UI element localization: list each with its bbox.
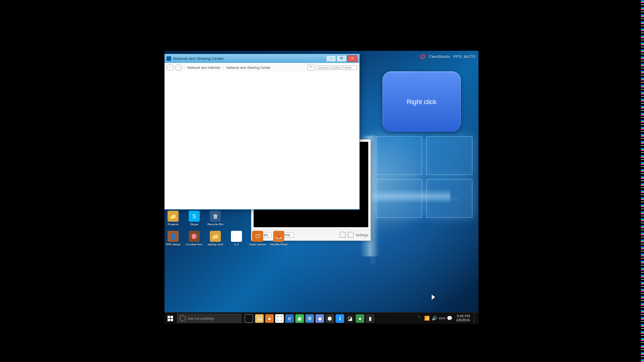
windows-logo-icon [168, 316, 173, 321]
desktop-icons-row: 👤VPN Setup🎯Combat Arms📁editing stuffb d🛡… [166, 231, 286, 246]
desktop-icon-label: Skype [190, 223, 199, 226]
taskbar-pin-cmd[interactable]: ▮ [366, 314, 374, 323]
desktop-icon-firefox[interactable]: 🦊Mozilla Firefox [271, 231, 286, 246]
recorder-fps: FPS: AUTO [453, 54, 475, 59]
windows-desktop: CamStudio FPS: AUTO Right click Credits … [165, 51, 478, 324]
desktop-icon-recyclebin[interactable]: 🗑Recycle Bin [208, 211, 223, 226]
recorder-mini-btn[interactable] [348, 232, 354, 238]
tray-chevron-up-icon[interactable]: ˄ [417, 316, 422, 321]
taskbar-pin-chrome[interactable]: ◉ [295, 314, 304, 323]
desktop-icon-label: Recycle Bin [207, 223, 223, 226]
control-panel-content [165, 71, 359, 209]
recorder-settings-link[interactable]: Settings [356, 233, 368, 237]
wallpaper-pane [376, 179, 422, 218]
cortana-search[interactable]: Ask me anything [177, 314, 242, 323]
search-input[interactable]: Search Control Panel [316, 65, 357, 70]
action-center-icon[interactable]: 💬 [447, 316, 452, 321]
desktop-icon-label: Combat Arms [186, 243, 203, 246]
desktop-icon-label: Open wincer [249, 243, 266, 246]
skype-icon: S [189, 211, 200, 222]
volume-icon[interactable]: 🔊 [432, 316, 437, 321]
breadcrumb-2[interactable]: Network and Sharing Center [225, 66, 272, 69]
taskbar-clock[interactable]: 9:45 PM 2/8/2016 [456, 314, 470, 322]
breadcrumb-sep: › [184, 66, 185, 69]
desktop-icon-skype[interactable]: SSkype [187, 211, 202, 226]
letterboxed-stage: CamStudio FPS: AUTO Right click Credits … [0, 0, 644, 362]
firefox-icon: 🦊 [273, 231, 284, 242]
network-icon[interactable]: 📶 [424, 316, 430, 321]
start-button[interactable] [165, 313, 176, 324]
recorder-mini-btn[interactable] [340, 232, 346, 238]
close-button[interactable]: × [347, 55, 357, 62]
screen-recorder-overlay: CamStudio FPS: AUTO [420, 54, 475, 59]
vpn-setup-icon: 👤 [168, 231, 179, 242]
taskbar-pin-firefox[interactable]: ● [265, 314, 274, 323]
wallpaper-pane [376, 136, 422, 175]
desktop-icon-projects[interactable]: 📁Projects [166, 211, 181, 226]
window-titlebar[interactable]: Network and Sharing Center – ⧉ × [165, 54, 359, 63]
recorder-brand: CamStudio [429, 54, 450, 59]
taskbar: Ask me anything 🗂●⛶e◉⚙◆⬢ℹ◪●▮ ˄ 📶 🔊 ENG 💬… [165, 312, 478, 324]
nav-forward-button[interactable]: → [175, 64, 182, 71]
cortana-icon [180, 315, 186, 321]
taskbar-pin-info[interactable]: ℹ [336, 314, 344, 323]
maximize-button[interactable]: ⧉ [337, 55, 347, 62]
desktop-icon-combat-arms[interactable]: 🎯Combat Arms [187, 231, 202, 246]
minimize-button[interactable]: – [326, 55, 336, 62]
taskbar-pinned-apps: 🗂●⛶e◉⚙◆⬢ℹ◪●▮ [255, 314, 374, 323]
editing-stuff-icon: 📁 [210, 231, 221, 242]
taskbar-pin-edge[interactable]: e [285, 314, 294, 323]
desktop-icon-label: VPN Setup [166, 243, 181, 246]
projects-icon: 📁 [168, 211, 179, 222]
desktop-icon-vpn-setup[interactable]: 👤VPN Setup [166, 231, 181, 246]
openvpn-icon: 🛡 [252, 231, 263, 242]
video-edge-noise [641, 0, 644, 362]
clock-time: 9:45 PM [456, 314, 470, 318]
cortana-placeholder: Ask me anything [188, 317, 214, 320]
desktop-icon-label: Mozilla Firefox [270, 243, 287, 246]
wallpaper-pane [426, 179, 472, 218]
desktop-icon-editing-stuff[interactable]: 📁editing stuff [208, 231, 223, 246]
desktop-icons-row: 📁ProjectsSSkype🗑Recycle Bin [166, 211, 223, 226]
taskbar-pin-nvidia[interactable]: ◪ [346, 314, 354, 323]
clock-date: 2/8/2016 [456, 318, 470, 322]
desktop-icon-blank-doc[interactable]: b d [229, 231, 244, 246]
window-title: Network and Sharing Center [173, 56, 224, 61]
record-icon [420, 54, 426, 59]
instruction-callout: Right click [382, 71, 461, 132]
task-view-button[interactable] [245, 314, 253, 323]
language-indicator[interactable]: ENG [439, 316, 445, 321]
desktop-icon-openvpn[interactable]: 🛡Open wincer [250, 231, 265, 246]
taskbar-pin-control-panel[interactable]: ⚙ [305, 314, 314, 323]
desktop-icon-label: Projects [168, 223, 179, 226]
taskbar-pin-file-explorer[interactable]: 🗂 [255, 314, 264, 323]
desktop-icon-label: b d [234, 243, 238, 246]
taskbar-pin-store[interactable]: ⛶ [275, 314, 284, 323]
nav-back-button[interactable]: ← [167, 64, 174, 71]
show-desktop-button[interactable] [474, 313, 476, 324]
refresh-button[interactable]: ↻ [307, 64, 314, 71]
breadcrumb-sep: › [222, 66, 223, 69]
taskbar-pin-discord[interactable]: ◆ [315, 314, 324, 323]
system-tray: ˄ 📶 🔊 ENG 💬 9:45 PM 2/8/2016 [417, 313, 478, 324]
control-panel-icon [167, 56, 171, 61]
blank-doc-icon [231, 231, 242, 242]
callout-text: Right click [407, 98, 436, 106]
combat-arms-icon: 🎯 [189, 231, 200, 242]
taskbar-pin-obs[interactable]: ⬢ [326, 314, 334, 323]
breadcrumb-1[interactable]: Network and Internet [186, 66, 221, 69]
control-panel-window[interactable]: Network and Sharing Center – ⧉ × ← → › N… [165, 54, 360, 210]
desktop-icon-label: editing stuff [208, 243, 223, 246]
recyclebin-icon: 🗑 [210, 211, 221, 222]
wallpaper-pane [426, 136, 472, 175]
taskbar-pin-camstudio[interactable]: ● [356, 314, 364, 323]
